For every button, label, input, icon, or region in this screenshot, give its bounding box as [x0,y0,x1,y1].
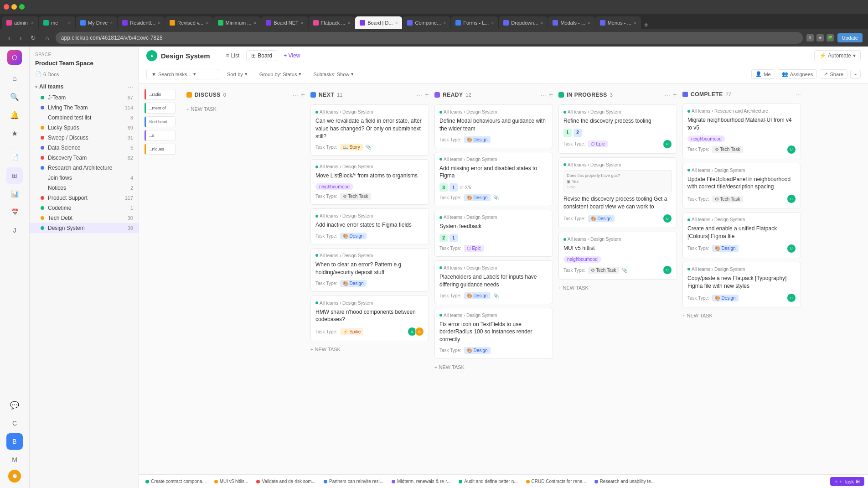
sidebar-item-product-support[interactable]: Product Support117 [30,193,139,203]
collapsed-card[interactable]: ...ment of [145,103,176,114]
task-card[interactable]: All teams › Design SystemSystem feedback… [434,210,553,257]
notifications-icon[interactable]: 🔔 [6,107,23,123]
spaces-icon[interactable]: ⊞ [6,167,23,184]
close-dot[interactable] [4,4,9,10]
calendar-icon[interactable]: 📅 [6,204,23,220]
task-card[interactable]: All teams › Design SystemCopy/paste a ne… [682,262,801,308]
sidebar-item-join-flows[interactable]: Join flows4 [30,173,139,183]
new-task-button[interactable]: + NEW TASK [310,345,429,354]
new-task-button[interactable]: + NEW TASK [186,104,305,114]
browser-tab[interactable]: Forms - L...× [451,16,498,29]
refresh-button[interactable]: ↻ [28,33,39,43]
automate-button[interactable]: ⚡Automate ▾ [814,50,861,61]
task-card[interactable]: All teams › Design SystemDoes this prope… [558,157,677,228]
assignees-button[interactable]: 👥Assignees [778,69,817,79]
column-add-button[interactable]: + [301,91,305,99]
bottom-task-item[interactable]: Audit and define better n... [456,478,520,485]
browser-tab[interactable]: Board NET× [261,16,308,29]
task-card[interactable]: All teams › Design SystemWhen to clear a… [310,248,429,292]
subtasks-button[interactable]: Subtasks: Show ▾ [309,69,358,79]
group-button[interactable]: Group by: Status ▾ [255,69,306,79]
collapsed-card[interactable]: ...niques [145,144,176,155]
pulse-icon[interactable]: 📊 [6,186,23,202]
more-options-button[interactable]: ··· [850,70,861,79]
bottom-task-item[interactable]: CRUD Contracts for rene... [523,478,589,485]
task-card[interactable]: All teams › Design SystemDefine Modal be… [434,104,553,148]
sidebar-item-design-system[interactable]: Design System38 [30,223,139,233]
new-task-button[interactable]: + NEW TASK [682,311,801,320]
browser-tab[interactable]: Menus - ...× [595,16,641,29]
favorites-icon[interactable]: ★ [6,125,23,141]
browser-tab[interactable]: me× [39,16,75,29]
back-button[interactable]: ‹ [5,33,13,43]
bottom-task-item[interactable]: Research and usability te... [592,478,658,485]
home-button[interactable]: ⌂ [42,33,52,43]
settings-icon-b[interactable]: B [6,433,23,450]
app-logo[interactable]: ⬡ [7,50,22,65]
collapsed-card[interactable]: ...radio [145,89,176,100]
settings-icon-c[interactable]: C [6,415,23,431]
sidebar-item-j-team[interactable]: J-Team67 [30,93,139,103]
sidebar-item-living-the-team[interactable]: Living The Team114 [30,103,139,113]
extension-icon[interactable]: 🧩 [827,34,834,42]
task-card[interactable]: All teams › Design SystemCreate and enab… [682,212,801,258]
browser-tab[interactable]: Residentl...× [118,16,165,29]
browser-tab[interactable]: Revised v...× [165,16,213,29]
browser-tab[interactable]: Minimum ...× [213,16,261,29]
bottom-task-item[interactable]: Create contract compona... [143,478,209,485]
browser-tab[interactable]: Modals - ...× [548,16,594,29]
share-icon[interactable]: ⬆ [806,34,814,42]
user-avatar[interactable]: 🕐 [8,470,21,483]
column-menu-button[interactable]: ··· [417,91,422,99]
minimize-dot[interactable] [11,4,17,10]
task-card[interactable]: All teams › Design SystemPlaceholders an… [434,260,553,304]
browser-tab[interactable]: Compone...× [403,16,450,29]
column-menu-button[interactable]: ··· [796,91,801,98]
url-bar[interactable]: app.clickup.com/4618124/v/b/4cxwc-7828 [56,32,803,44]
bottom-task-item[interactable]: Partners can reinvite resi... [321,478,386,485]
sidebar-item-discovery-team[interactable]: Discovery Team62 [30,153,139,163]
settings-icon-m[interactable]: M [6,452,23,468]
column-add-button[interactable]: + [673,91,677,99]
forward-button[interactable]: › [17,33,25,43]
share-button[interactable]: ↗Share [820,69,847,79]
task-card[interactable]: All teams › Design SystemFix error icon … [434,308,553,359]
task-card[interactable]: All teams › Design SystemHMW share n'hoo… [310,296,429,342]
task-card[interactable]: All teams › Design SystemRefine the disc… [558,104,677,154]
column-menu-button[interactable]: ··· [665,91,670,99]
section-menu-icon[interactable]: ··· [128,83,133,90]
task-card[interactable]: All teams › Design SystemCan we revalida… [310,104,429,156]
list-view-tab[interactable]: ≡List [221,50,245,61]
sidebar-item-sweep-/-discuss[interactable]: Sweep / Discuss91 [30,133,139,143]
user-icon[interactable]: J [6,222,23,239]
task-card[interactable]: All teams › Design SystemUpdate FileUplo… [682,163,801,209]
bottom-task-item[interactable]: MUI v5 hitlis... [212,478,251,485]
collapsed-card[interactable]: ...s [145,130,176,141]
task-card[interactable]: All teams › Design SystemAdd inactive er… [310,208,429,244]
all-teams-header[interactable]: ▾ All teams ··· [30,81,139,93]
browser-tab[interactable]: Flatpack ...× [309,16,355,29]
sort-button[interactable]: Sort by ▾ [223,69,252,79]
task-card[interactable]: All teams › Research and ArchitectureMig… [682,104,801,159]
sidebar-item-notices[interactable]: Notices2 [30,183,139,193]
column-add-button[interactable]: + [549,91,553,99]
filter-button[interactable]: ▼ Search tasks... ▾ [146,69,219,79]
board-view-tab[interactable]: ⊞Board [246,50,277,61]
column-add-button[interactable]: + [425,91,429,99]
new-task-button[interactable]: + NEW TASK [558,283,677,292]
new-task-button[interactable]: + NEW TASK [434,363,553,372]
task-card[interactable]: All teams › Design SystemMove ListBlock/… [310,159,429,205]
column-menu-button[interactable]: ··· [541,91,546,99]
search-icon[interactable]: 🔍 [6,88,23,105]
sidebar-item-data-science[interactable]: Data Science5 [30,143,139,153]
browser-tab[interactable]: admin× [2,16,38,29]
browser-tab[interactable]: My Drive× [76,16,117,29]
bottom-task-item[interactable]: Midterm, renewals & re-r... [389,478,453,485]
task-card[interactable]: All teams › Design SystemMUI v5 hitlistn… [558,232,677,280]
sidebar-item-tech-debt[interactable]: Tech Debt30 [30,213,139,223]
sidebar-item-codetime[interactable]: Codetime1 [30,203,139,213]
sidebar-item-lucky-spuds[interactable]: Lucky Spuds69 [30,123,139,133]
bottom-task-item[interactable]: Validate and de-risk som... [253,478,318,485]
create-task-button[interactable]: ++ Task ⊞ [830,477,864,486]
collapsed-card[interactable]: Alert head- [145,116,176,127]
